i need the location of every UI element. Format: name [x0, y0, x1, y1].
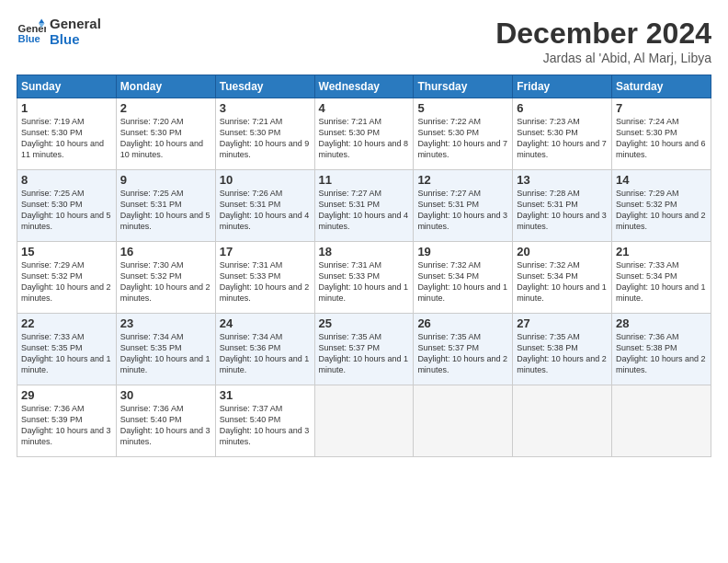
- day-info: Sunrise: 7:35 AMSunset: 5:37 PMDaylight:…: [319, 332, 409, 374]
- day-cell: 31 Sunrise: 7:37 AMSunset: 5:40 PMDaylig…: [215, 385, 314, 457]
- day-info: Sunrise: 7:28 AMSunset: 5:31 PMDaylight:…: [517, 189, 607, 231]
- header: General Blue General Blue December 2024 …: [17, 17, 711, 65]
- day-info: Sunrise: 7:32 AMSunset: 5:34 PMDaylight:…: [417, 260, 507, 303]
- col-header-saturday: Saturday: [612, 75, 711, 98]
- day-info: Sunrise: 7:25 AMSunset: 5:30 PMDaylight:…: [21, 189, 111, 231]
- col-header-friday: Friday: [513, 75, 612, 98]
- day-number: 3: [220, 101, 311, 115]
- day-cell: 2 Sunrise: 7:20 AMSunset: 5:30 PMDayligh…: [116, 98, 215, 170]
- day-cell: 22 Sunrise: 7:33 AMSunset: 5:35 PMDaylig…: [17, 314, 117, 385]
- day-number: 20: [517, 245, 608, 259]
- day-number: 16: [120, 245, 211, 259]
- day-number: 11: [319, 173, 410, 187]
- day-info: Sunrise: 7:31 AMSunset: 5:33 PMDaylight:…: [319, 260, 409, 303]
- day-cell: 16 Sunrise: 7:30 AMSunset: 5:32 PMDaylig…: [116, 242, 215, 314]
- day-info: Sunrise: 7:35 AMSunset: 5:38 PMDaylight:…: [517, 332, 607, 374]
- logo: General Blue General Blue: [17, 17, 101, 47]
- day-info: Sunrise: 7:35 AMSunset: 5:37 PMDaylight:…: [417, 332, 507, 374]
- day-cell: [513, 385, 612, 457]
- col-header-wednesday: Wednesday: [314, 75, 414, 98]
- day-number: 22: [21, 316, 112, 330]
- day-cell: 28 Sunrise: 7:36 AMSunset: 5:38 PMDaylig…: [612, 314, 711, 385]
- day-number: 5: [417, 101, 508, 115]
- day-info: Sunrise: 7:21 AMSunset: 5:30 PMDaylight:…: [319, 117, 409, 159]
- day-number: 18: [319, 245, 410, 259]
- day-info: Sunrise: 7:29 AMSunset: 5:32 PMDaylight:…: [21, 260, 111, 303]
- day-info: Sunrise: 7:26 AMSunset: 5:31 PMDaylight:…: [220, 189, 310, 231]
- day-number: 27: [517, 316, 608, 330]
- page: General Blue General Blue December 2024 …: [0, 0, 728, 466]
- day-info: Sunrise: 7:34 AMSunset: 5:35 PMDaylight:…: [120, 332, 210, 374]
- day-cell: [612, 385, 711, 457]
- day-info: Sunrise: 7:36 AMSunset: 5:38 PMDaylight:…: [616, 332, 706, 374]
- day-cell: 24 Sunrise: 7:34 AMSunset: 5:36 PMDaylig…: [215, 314, 314, 385]
- day-number: 29: [21, 388, 112, 402]
- location: Jardas al 'Abid, Al Marj, Libya: [495, 51, 711, 65]
- day-number: 14: [616, 173, 707, 187]
- day-info: Sunrise: 7:21 AMSunset: 5:30 PMDaylight:…: [220, 117, 310, 159]
- day-cell: 7 Sunrise: 7:24 AMSunset: 5:30 PMDayligh…: [612, 98, 711, 170]
- day-cell: 19 Sunrise: 7:32 AMSunset: 5:34 PMDaylig…: [414, 242, 513, 314]
- logo-general: General: [50, 17, 101, 32]
- day-cell: 18 Sunrise: 7:31 AMSunset: 5:33 PMDaylig…: [314, 242, 414, 314]
- day-number: 26: [417, 316, 508, 330]
- week-row-3: 15 Sunrise: 7:29 AMSunset: 5:32 PMDaylig…: [17, 242, 711, 314]
- day-cell: 20 Sunrise: 7:32 AMSunset: 5:34 PMDaylig…: [513, 242, 612, 314]
- day-cell: 8 Sunrise: 7:25 AMSunset: 5:30 PMDayligh…: [17, 170, 117, 242]
- title-area: December 2024 Jardas al 'Abid, Al Marj, …: [495, 17, 711, 65]
- svg-marker-2: [39, 18, 44, 23]
- day-number: 21: [616, 245, 707, 259]
- day-cell: 17 Sunrise: 7:31 AMSunset: 5:33 PMDaylig…: [215, 242, 314, 314]
- day-cell: 30 Sunrise: 7:36 AMSunset: 5:40 PMDaylig…: [116, 385, 215, 457]
- day-info: Sunrise: 7:30 AMSunset: 5:32 PMDaylight:…: [120, 260, 210, 303]
- day-info: Sunrise: 7:20 AMSunset: 5:30 PMDaylight:…: [120, 117, 203, 159]
- header-row: SundayMondayTuesdayWednesdayThursdayFrid…: [17, 75, 711, 98]
- day-cell: 14 Sunrise: 7:29 AMSunset: 5:32 PMDaylig…: [612, 170, 711, 242]
- day-number: 24: [220, 316, 311, 330]
- day-info: Sunrise: 7:31 AMSunset: 5:33 PMDaylight:…: [220, 260, 310, 303]
- day-cell: 21 Sunrise: 7:33 AMSunset: 5:34 PMDaylig…: [612, 242, 711, 314]
- day-number: 17: [220, 245, 311, 259]
- day-info: Sunrise: 7:19 AMSunset: 5:30 PMDaylight:…: [21, 117, 104, 159]
- day-number: 1: [21, 101, 112, 115]
- day-info: Sunrise: 7:36 AMSunset: 5:40 PMDaylight:…: [120, 404, 210, 446]
- col-header-tuesday: Tuesday: [215, 75, 314, 98]
- week-row-4: 22 Sunrise: 7:33 AMSunset: 5:35 PMDaylig…: [17, 314, 711, 385]
- week-row-5: 29 Sunrise: 7:36 AMSunset: 5:39 PMDaylig…: [17, 385, 711, 457]
- day-cell: 10 Sunrise: 7:26 AMSunset: 5:31 PMDaylig…: [215, 170, 314, 242]
- day-info: Sunrise: 7:27 AMSunset: 5:31 PMDaylight:…: [417, 189, 507, 231]
- day-number: 2: [120, 101, 211, 115]
- day-cell: 11 Sunrise: 7:27 AMSunset: 5:31 PMDaylig…: [314, 170, 414, 242]
- svg-text:Blue: Blue: [18, 33, 40, 44]
- day-cell: [414, 385, 513, 457]
- day-cell: 27 Sunrise: 7:35 AMSunset: 5:38 PMDaylig…: [513, 314, 612, 385]
- day-cell: 12 Sunrise: 7:27 AMSunset: 5:31 PMDaylig…: [414, 170, 513, 242]
- day-info: Sunrise: 7:23 AMSunset: 5:30 PMDaylight:…: [517, 117, 607, 159]
- day-number: 25: [319, 316, 410, 330]
- day-number: 10: [220, 173, 311, 187]
- logo-blue: Blue: [50, 32, 101, 48]
- day-number: 7: [616, 101, 707, 115]
- day-number: 4: [319, 101, 410, 115]
- day-info: Sunrise: 7:25 AMSunset: 5:31 PMDaylight:…: [120, 189, 210, 231]
- day-cell: 1 Sunrise: 7:19 AMSunset: 5:30 PMDayligh…: [17, 98, 117, 170]
- day-cell: 23 Sunrise: 7:34 AMSunset: 5:35 PMDaylig…: [116, 314, 215, 385]
- col-header-monday: Monday: [116, 75, 215, 98]
- day-cell: [314, 385, 414, 457]
- col-header-thursday: Thursday: [414, 75, 513, 98]
- day-cell: 13 Sunrise: 7:28 AMSunset: 5:31 PMDaylig…: [513, 170, 612, 242]
- day-number: 31: [220, 388, 311, 402]
- day-number: 13: [517, 173, 608, 187]
- day-info: Sunrise: 7:33 AMSunset: 5:34 PMDaylight:…: [616, 260, 706, 303]
- week-row-2: 8 Sunrise: 7:25 AMSunset: 5:30 PMDayligh…: [17, 170, 711, 242]
- day-info: Sunrise: 7:29 AMSunset: 5:32 PMDaylight:…: [616, 189, 706, 231]
- col-header-sunday: Sunday: [17, 75, 117, 98]
- day-number: 6: [517, 101, 608, 115]
- day-number: 19: [417, 245, 508, 259]
- day-cell: 9 Sunrise: 7:25 AMSunset: 5:31 PMDayligh…: [116, 170, 215, 242]
- logo-icon: General Blue: [17, 17, 46, 47]
- day-info: Sunrise: 7:33 AMSunset: 5:35 PMDaylight:…: [21, 332, 111, 374]
- day-info: Sunrise: 7:36 AMSunset: 5:39 PMDaylight:…: [21, 404, 111, 446]
- calendar-table: SundayMondayTuesdayWednesdayThursdayFrid…: [17, 75, 711, 457]
- day-info: Sunrise: 7:32 AMSunset: 5:34 PMDaylight:…: [517, 260, 607, 303]
